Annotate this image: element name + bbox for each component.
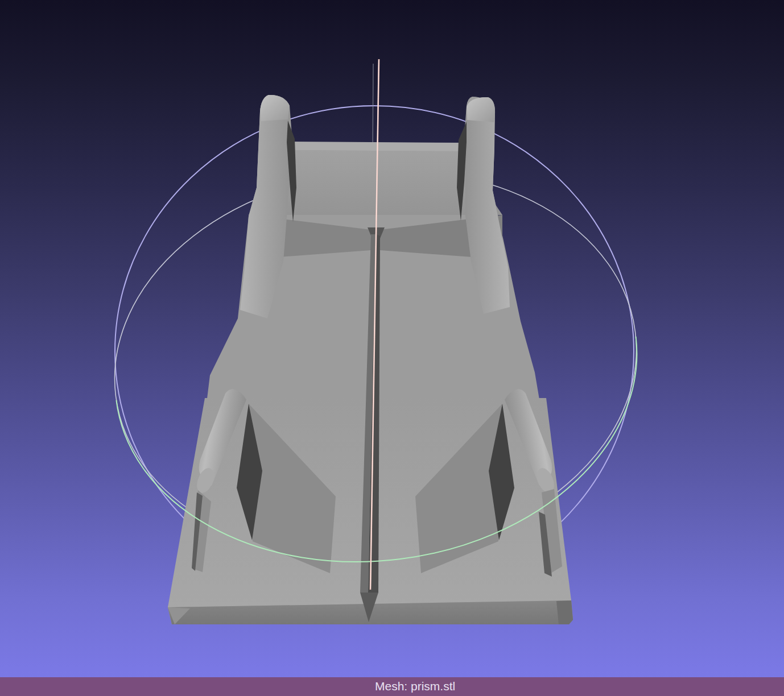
status-mesh-name: Mesh: prism.stl: [375, 679, 455, 693]
mesh-scene: [0, 0, 784, 696]
3d-viewport[interactable]: Mesh: prism.stl Vertices: 236: [0, 0, 784, 696]
base-front-corner-right: [556, 600, 573, 624]
platform-top-edge: [289, 142, 462, 151]
rear-left-fin-cap: [260, 95, 290, 121]
status-vertex-count: Vertices: 236: [375, 693, 444, 696]
status-bar: Mesh: prism.stl Vertices: 236: [0, 677, 784, 696]
